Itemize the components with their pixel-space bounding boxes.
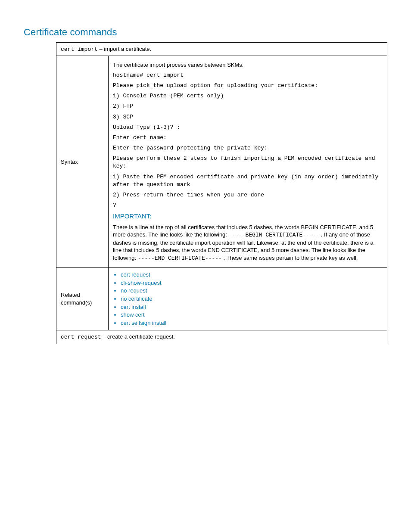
syntax-line-7: Enter the password protecting the privat… [113,144,383,152]
related-item[interactable]: cert install [121,303,383,311]
syntax-line-9: 1) Paste the PEM encoded certificate and… [113,173,383,189]
certificate-commands-table: cert import – import a certificate. Synt… [56,42,387,344]
related-item[interactable]: no certificate [121,295,383,303]
important-post: . These same issues pertain to the priva… [222,255,358,261]
syntax-line-1: Please pick the upload option for upload… [113,82,383,90]
related-item[interactable]: no request [121,287,383,295]
important-code2: -----END CERTIFICATE----- [138,255,222,261]
syntax-line-5: Upload Type (1-3)? : [113,124,383,131]
syntax-label-cell: Syntax [56,56,109,268]
cmd2-name: cert request [61,334,101,340]
related-list: cert request cli-show-request no request… [113,271,383,327]
important-label: IMPORTANT: [113,212,383,221]
syntax-line-11: ? [113,202,383,209]
related-item[interactable]: cli-show-request [121,279,383,287]
cmd2-header-row: cert request – create a certificate requ… [56,330,387,344]
syntax-line-3: 2) FTP [113,103,383,110]
cmd2-desc: – create a certificate request. [101,333,175,340]
related-label-cell: Related command(s) [56,268,109,330]
syntax-line-4: 3) SCP [113,113,383,121]
cmd-desc: – import a certificate. [98,46,151,52]
syntax-intro: The certificate import process varies be… [113,61,383,69]
related-item[interactable]: cert request [121,271,383,279]
important-code1: -----BEGIN CERTIFICATE----- [229,232,320,238]
syntax-content-cell: The certificate import process varies be… [109,56,387,268]
cmd-header-row: cert import – import a certificate. [56,42,387,56]
syntax-line-0: hostname# cert import [113,72,383,79]
related-item[interactable]: cert selfsign install [121,319,383,327]
syntax-line-10: 2) Press return three times when you are… [113,191,383,199]
related-item[interactable]: show cert [121,311,383,319]
important-text: There is a line at the top of all certif… [113,224,383,262]
syntax-line-2: 1) Console Paste (PEM certs only) [113,92,383,100]
syntax-line-6: Enter cert name: [113,134,383,142]
section-title: Certificate commands [24,26,387,39]
related-content-cell: cert request cli-show-request no request… [109,268,387,330]
syntax-line-8: Please perform these 2 steps to finish i… [113,155,383,170]
cmd-name: cert import [61,46,98,53]
